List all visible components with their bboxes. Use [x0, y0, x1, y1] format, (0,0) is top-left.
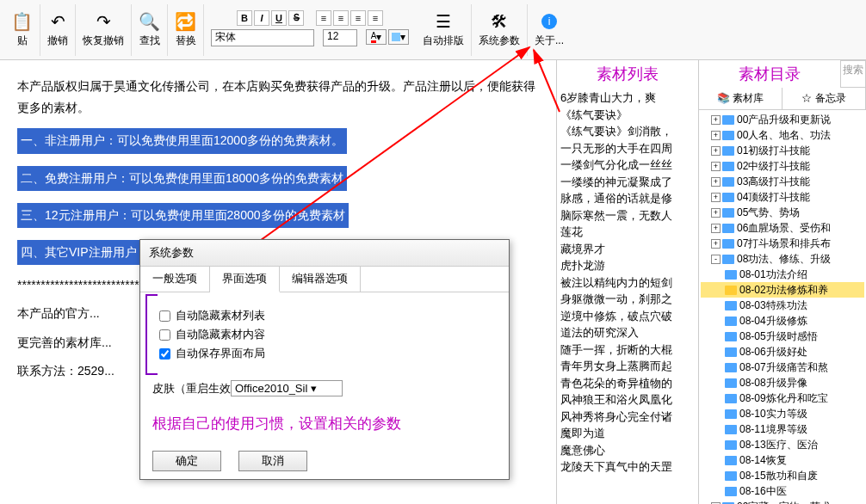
material-list-item[interactable]: 身躯微微一动，刹那之: [560, 291, 695, 308]
paste-icon: 📋: [11, 11, 33, 32]
skin-select[interactable]: Office2010_Sil ▾: [231, 380, 343, 396]
format-group: B I U S̶ ≡ ≡ ≡ ≡ 宋体 12 A▾ ▾: [204, 4, 416, 56]
find-label: 查找: [139, 34, 160, 48]
material-list-item[interactable]: 魔即为道: [560, 425, 695, 442]
tab-ui[interactable]: 界面选项: [210, 267, 280, 292]
tree-item[interactable]: 08-13医疗、医治: [701, 437, 864, 452]
align-justify-button[interactable]: ≡: [368, 10, 383, 26]
tree-item[interactable]: +06血腥场景、受伤和: [701, 220, 864, 236]
material-list-item[interactable]: 青年男女身上蒸腾而起: [560, 358, 695, 375]
autolayout-icon: ☰: [436, 11, 451, 32]
material-list-item[interactable]: 藏境界才: [560, 241, 695, 258]
tab-editor[interactable]: 编辑器选项: [280, 267, 361, 292]
material-list[interactable]: 6岁膝青山大力，爽《练气要诀》《练气要诀》剑消散，一只无形的大手在四周一缕剑气分…: [557, 88, 698, 504]
font-select[interactable]: 宋体: [211, 29, 314, 46]
material-list-item[interactable]: 青色花朵的奇异植物的: [560, 375, 695, 392]
tree-item[interactable]: +05气势、势场: [701, 205, 864, 220]
tree-item[interactable]: 08-15散功和自废: [701, 468, 864, 483]
bold-button[interactable]: B: [237, 10, 252, 26]
tree-item[interactable]: 08-09炼化丹和吃宝: [701, 390, 864, 406]
about-button[interactable]: i 关于...: [528, 4, 571, 56]
tab-general[interactable]: 一般选项: [140, 267, 210, 292]
tree-item[interactable]: +07打斗场景和排兵布: [701, 236, 864, 251]
tree-item[interactable]: 08-11境界等级: [701, 421, 864, 437]
material-list-item[interactable]: 脉感，通俗的话就是修: [560, 190, 695, 207]
paste-button[interactable]: 📋 贴: [4, 4, 40, 56]
sysparam-button[interactable]: 🛠 系统参数: [472, 4, 528, 56]
tree-item[interactable]: -08功法、修练、升级: [701, 251, 864, 267]
tree-item[interactable]: +00人名、地名、功法: [701, 127, 864, 143]
editor-highlight: 一、非注册用户：可以免费使用里面12000多份的免费素材。: [17, 128, 347, 153]
find-button[interactable]: 🔍 查找: [132, 4, 168, 56]
material-list-item[interactable]: 6岁膝青山大力，爽: [560, 89, 695, 107]
size-select[interactable]: 12: [323, 29, 357, 46]
tree-item[interactable]: 08-08升级异像: [701, 375, 864, 390]
tree-item[interactable]: +00产品升级和更新说: [701, 112, 864, 127]
align-center-button[interactable]: ≡: [333, 10, 349, 26]
material-list-item[interactable]: 龙陵天下真气中的天罡: [560, 458, 695, 476]
highlight-color-button[interactable]: ▾: [388, 29, 409, 45]
tree-item[interactable]: 08-16中医: [701, 483, 864, 499]
material-list-item[interactable]: 道法的研究深入: [560, 324, 695, 341]
tree-item[interactable]: 08-07升级痛苦和熬: [701, 360, 864, 375]
tab-memo[interactable]: ☆ 备忘录: [782, 88, 866, 109]
font-color-button[interactable]: A▾: [366, 29, 387, 45]
redo-icon: ↷: [96, 11, 111, 32]
autolayout-button[interactable]: ☰ 自动排版: [416, 4, 472, 56]
align-left-button[interactable]: ≡: [316, 10, 331, 26]
material-list-item[interactable]: 一缕剑气分化成一丝丝: [560, 157, 695, 174]
material-list-panel: 素材列表 6岁膝青山大力，爽《练气要诀》《练气要诀》剑消散，一只无形的大手在四周…: [556, 60, 698, 504]
tree-item[interactable]: +09宝藏、宝物、艺术: [701, 499, 864, 504]
material-list-item[interactable]: 一只无形的大手在四周: [560, 140, 695, 157]
tree-item[interactable]: +01初级打斗技能: [701, 143, 864, 158]
redo-button[interactable]: ↷ 恢复撤销: [76, 4, 132, 56]
cancel-button[interactable]: 取消: [238, 451, 307, 471]
tab-material-lib[interactable]: 📚 素材库: [699, 88, 782, 109]
material-list-item[interactable]: 《练气要诀》剑消散，: [560, 123, 695, 140]
tree-item[interactable]: 08-10实力等级: [701, 406, 864, 421]
undo-label: 撤销: [47, 34, 68, 48]
material-list-item[interactable]: 风神狼王和浴火凤凰化: [560, 391, 695, 409]
undo-button[interactable]: ↶ 撤销: [40, 4, 76, 56]
dialog-title: 系统参数: [140, 240, 509, 267]
tree-item[interactable]: 08-06升级好处: [701, 344, 864, 360]
tree-item[interactable]: 08-01功法介绍: [701, 267, 864, 282]
tree-item[interactable]: +04顶级打斗技能: [701, 189, 864, 205]
checkbox-save-layout[interactable]: 自动保存界面布局: [159, 346, 497, 361]
editor-highlight: 二、免费注册用户：可以免费使用里面18000多份的免费素材: [17, 166, 347, 191]
checkbox-hide-content[interactable]: 自动隐藏素材内容: [159, 327, 497, 342]
material-list-item[interactable]: 魔意佛心: [560, 442, 695, 459]
tree-item[interactable]: 08-05升级时感悟: [701, 329, 864, 344]
system-params-dialog: 系统参数 一般选项 界面选项 编辑器选项 自动隐藏素材列表 自动隐藏素材内容 自…: [139, 239, 510, 480]
replace-icon: 🔁: [175, 11, 196, 32]
tree-item[interactable]: +02中级打斗技能: [701, 158, 864, 174]
tree-item[interactable]: +03高级打斗技能: [701, 174, 864, 189]
editor-paragraph: 本产品版权归属于昊通文化传播公司，在本店购买免费获得产品的升级。产品注册以后，便…: [17, 76, 539, 119]
material-list-item[interactable]: 风神秀将身心完全付诸: [560, 409, 695, 426]
underline-button[interactable]: U: [271, 10, 287, 26]
material-list-item[interactable]: 莲花: [560, 224, 695, 241]
replace-button[interactable]: 🔁 替换: [168, 4, 204, 56]
material-tree[interactable]: +00产品升级和更新说+00人名、地名、功法+01初级打斗技能+02中级打斗技能…: [699, 110, 866, 504]
material-list-item[interactable]: 逆境中修炼，破点穴破: [560, 308, 695, 325]
material-list-item[interactable]: 被注以精纯内力的短剑: [560, 274, 695, 292]
tree-item[interactable]: 08-02功法修炼和养: [701, 282, 864, 298]
tree-item[interactable]: 08-04升级修炼: [701, 313, 864, 329]
replace-label: 替换: [176, 34, 196, 48]
checkbox-hide-list[interactable]: 自动隐藏素材列表: [159, 308, 497, 323]
ok-button[interactable]: 确定: [152, 451, 221, 471]
material-list-item[interactable]: 脑际寒然一震，无数人: [560, 207, 695, 224]
search-input[interactable]: 搜索: [840, 60, 866, 88]
material-list-item[interactable]: 虎扑龙游: [560, 257, 695, 274]
editor-highlight: 三、12元注册用户：可以免费使用里面28000多份的免费素材: [17, 203, 349, 228]
align-right-button[interactable]: ≡: [350, 10, 366, 26]
info-icon: i: [541, 11, 557, 32]
tree-item[interactable]: 08-03特殊功法: [701, 298, 864, 313]
tree-item[interactable]: 08-14恢复: [701, 452, 864, 468]
strike-button[interactable]: S̶: [288, 10, 304, 26]
material-list-item[interactable]: 《练气要诀》: [560, 107, 695, 124]
italic-button[interactable]: I: [254, 10, 269, 26]
material-list-title: 素材列表: [557, 60, 698, 88]
material-list-item[interactable]: 一缕缕的神元凝聚成了: [560, 174, 695, 191]
material-list-item[interactable]: 随手一挥，折断的大棍: [560, 341, 695, 359]
